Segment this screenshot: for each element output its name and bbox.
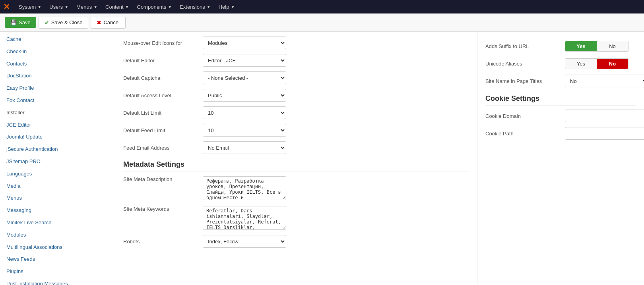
adds-suffix-row: Adds Suffix to URL Yes No bbox=[485, 39, 636, 53]
site-meta-desc-label: Site Meta Description bbox=[123, 176, 203, 182]
cookie-path-input[interactable] bbox=[565, 127, 644, 140]
site-name-label: Site Name in Page Titles bbox=[485, 78, 565, 84]
adds-suffix-label: Adds Suffix to URL bbox=[485, 43, 565, 49]
unicode-aliases-no-btn[interactable]: No bbox=[597, 59, 628, 69]
nav-content[interactable]: Content ▼ bbox=[101, 2, 133, 12]
feed-email-row: Feed Email Address No Email Author Email… bbox=[123, 141, 469, 155]
sidebar-item-fox-contact[interactable]: Fox Contact bbox=[0, 94, 115, 107]
nav-extensions[interactable]: Extensions ▼ bbox=[176, 2, 215, 12]
right-panel: Adds Suffix to URL Yes No Unicode Aliase… bbox=[477, 32, 644, 285]
default-list-limit-select[interactable]: 5 10 15 20 bbox=[203, 106, 286, 119]
cookie-domain-row: Cookie Domain bbox=[485, 109, 636, 123]
site-meta-desc-textarea[interactable]: Рефераты, Разработка уроков, Презентации… bbox=[203, 176, 286, 200]
adds-suffix-control: Yes No bbox=[565, 41, 636, 52]
cookie-path-row: Cookie Path bbox=[485, 126, 636, 141]
save-close-button[interactable]: ✔ Save & Close bbox=[39, 17, 89, 29]
site-meta-keywords-control: Referatlar, Dars ishlanmalari, Slaydlar,… bbox=[203, 206, 469, 231]
main-form-section: Mouse-over Edit Icons for Modules Compon… bbox=[123, 32, 469, 256]
mouseover-edit-row: Mouse-over Edit Icons for Modules Compon… bbox=[123, 36, 469, 50]
chevron-down-icon: ▼ bbox=[168, 5, 172, 9]
check-icon: ✔ bbox=[45, 19, 49, 26]
unicode-aliases-label: Unicode Aliases bbox=[485, 61, 565, 67]
cookie-domain-input[interactable] bbox=[565, 110, 644, 122]
save-icon: 💾 bbox=[10, 19, 17, 25]
nav-menus[interactable]: Menus ▼ bbox=[72, 2, 101, 12]
default-access-label: Default Access Level bbox=[123, 92, 203, 98]
unicode-aliases-row: Unicode Aliases Yes No bbox=[485, 56, 636, 71]
sidebar-item-plugins[interactable]: Plugins bbox=[0, 266, 115, 278]
sidebar-item-minitek[interactable]: Minitek Live Search bbox=[0, 217, 115, 229]
default-captcha-row: Default Captcha - None Selected - ReCapt… bbox=[123, 71, 469, 85]
default-editor-select[interactable]: Editor - JCE Editor - TinyMCE Editor - N… bbox=[203, 54, 286, 67]
site-meta-desc-control: Рефераты, Разработка уроков, Презентации… bbox=[203, 176, 469, 201]
unicode-aliases-yes-btn[interactable]: Yes bbox=[565, 59, 597, 69]
sidebar-item-modules[interactable]: Modules bbox=[0, 229, 115, 241]
site-name-select[interactable]: No Before After bbox=[565, 75, 644, 87]
sidebar-item-contacts[interactable]: Contacts bbox=[0, 58, 115, 70]
nav-users[interactable]: Users ▼ bbox=[45, 2, 72, 12]
joomla-logo: ✕ bbox=[3, 2, 10, 12]
chevron-down-icon: ▼ bbox=[125, 5, 129, 9]
default-editor-control: Editor - JCE Editor - TinyMCE Editor - N… bbox=[203, 54, 469, 67]
sidebar-item-cache[interactable]: Cache bbox=[0, 33, 115, 46]
save-button[interactable]: 💾 Save bbox=[5, 17, 36, 28]
sidebar-item-messaging[interactable]: Messaging bbox=[0, 204, 115, 217]
default-access-control: Public Registered Special bbox=[203, 89, 469, 102]
content-area: Mouse-over Edit Icons for Modules Compon… bbox=[115, 32, 477, 285]
adds-suffix-yes-btn[interactable]: Yes bbox=[565, 41, 597, 51]
default-list-limit-row: Default List Limit 5 10 15 20 bbox=[123, 106, 469, 120]
top-nav: ✕ System ▼ Users ▼ Menus ▼ Content ▼ Com… bbox=[0, 0, 644, 13]
sidebar-item-joomla-update[interactable]: Joomla! Update bbox=[0, 131, 115, 143]
robots-control: Index, Follow No Index, No Follow Index,… bbox=[203, 235, 469, 248]
site-name-control: No Before After bbox=[565, 75, 644, 87]
nav-help[interactable]: Help ▼ bbox=[215, 2, 239, 12]
default-editor-label: Default Editor bbox=[123, 58, 203, 64]
mouseover-edit-select[interactable]: Modules Components None bbox=[203, 37, 286, 49]
site-name-row: Site Name in Page Titles No Before After bbox=[485, 74, 636, 88]
unicode-aliases-control: Yes No bbox=[565, 58, 636, 69]
chevron-down-icon: ▼ bbox=[64, 5, 68, 9]
robots-row: Robots Index, Follow No Index, No Follow… bbox=[123, 234, 469, 248]
nav-components[interactable]: Components ▼ bbox=[133, 2, 176, 12]
sidebar-item-multilingual[interactable]: Multilingual Associations bbox=[0, 241, 115, 254]
default-feed-limit-select[interactable]: 5 10 15 20 bbox=[203, 124, 286, 137]
default-captcha-control: - None Selected - ReCaptcha bbox=[203, 71, 469, 84]
chevron-down-icon: ▼ bbox=[207, 5, 211, 9]
cookie-path-label: Cookie Path bbox=[485, 131, 565, 137]
default-access-row: Default Access Level Public Registered S… bbox=[123, 88, 469, 102]
robots-select[interactable]: Index, Follow No Index, No Follow Index,… bbox=[203, 235, 286, 248]
feed-email-select[interactable]: No Email Author Email Site Email bbox=[203, 141, 286, 154]
sidebar-item-installer[interactable]: Installer bbox=[0, 107, 115, 119]
sidebar-item-media[interactable]: Media bbox=[0, 180, 115, 193]
sidebar-item-post-installation[interactable]: Post-installation Messages bbox=[0, 278, 115, 285]
chevron-down-icon: ▼ bbox=[37, 5, 41, 9]
sidebar-item-check-in[interactable]: Check-in bbox=[0, 46, 115, 58]
adds-suffix-no-btn[interactable]: No bbox=[597, 41, 628, 51]
site-meta-desc-row: Site Meta Description Рефераты, Разработ… bbox=[123, 175, 469, 201]
sidebar-item-jsecure[interactable]: jSecure Authentication bbox=[0, 143, 115, 156]
sidebar-item-jce-editor[interactable]: JCE Editor bbox=[0, 119, 115, 131]
site-meta-keywords-row: Site Meta Keywords Referatlar, Dars ishl… bbox=[123, 204, 469, 231]
sidebar-item-easy-profile[interactable]: Easy Profile bbox=[0, 82, 115, 94]
cookie-domain-label: Cookie Domain bbox=[485, 113, 565, 119]
cookie-settings-heading: Cookie Settings bbox=[485, 94, 636, 106]
default-feed-limit-label: Default Feed Limit bbox=[123, 127, 203, 133]
default-access-select[interactable]: Public Registered Special bbox=[203, 89, 286, 102]
sidebar-item-docstation[interactable]: DocStation bbox=[0, 70, 115, 82]
default-captcha-select[interactable]: - None Selected - ReCaptcha bbox=[203, 71, 286, 84]
adds-suffix-toggle: Yes No bbox=[565, 41, 628, 52]
cancel-button[interactable]: ✖ Cancel bbox=[91, 17, 125, 29]
sidebar-item-languages[interactable]: Languages bbox=[0, 168, 115, 180]
mouseover-edit-control: Modules Components None bbox=[203, 37, 469, 49]
site-meta-keywords-textarea[interactable]: Referatlar, Dars ishlanmalari, Slaydlar,… bbox=[203, 206, 286, 230]
default-editor-row: Default Editor Editor - JCE Editor - Tin… bbox=[123, 53, 469, 67]
default-feed-limit-row: Default Feed Limit 5 10 15 20 bbox=[123, 123, 469, 137]
sidebar-item-jsitemap-pro[interactable]: JSitemap PRO bbox=[0, 156, 115, 168]
nav-system[interactable]: System ▼ bbox=[15, 2, 45, 12]
chevron-down-icon: ▼ bbox=[231, 5, 235, 9]
sidebar-item-menus[interactable]: Menus bbox=[0, 192, 115, 204]
sidebar: Cache Check-in Contacts DocStation Easy … bbox=[0, 32, 115, 285]
metadata-settings-heading: Metadata Settings bbox=[123, 160, 469, 171]
feed-email-label: Feed Email Address bbox=[123, 145, 203, 151]
sidebar-item-news-feeds[interactable]: News Feeds bbox=[0, 253, 115, 266]
